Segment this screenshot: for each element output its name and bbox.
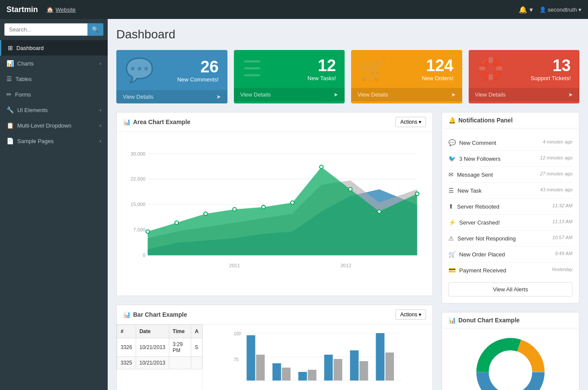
svg-text:100: 100 [234, 331, 241, 336]
orders-view-details[interactable]: View Details [358, 91, 388, 98]
search-input[interactable] [4, 23, 87, 36]
notif-label: New Comment [459, 140, 496, 146]
notif-label: 3 New Followers [459, 156, 501, 162]
svg-text:15,000: 15,000 [131, 202, 146, 207]
area-chart-actions-button[interactable]: Actions ▾ [395, 117, 426, 127]
sidebar-search: 🔍 [0, 19, 108, 40]
table-row: 3326 10/21/2013 3:29 PM S [117, 338, 202, 357]
bell-icon: 🔔 [448, 117, 456, 124]
chart-icon: 📊 [123, 119, 131, 125]
sidebar-item-tables[interactable]: ☰ Tables [0, 71, 108, 87]
stat-card-tickets: 🛟 13 Support Tickets! View Details ➤ [469, 50, 580, 103]
bar-chart-table: # Date Time A 3326 10/21/201 [117, 324, 203, 390]
sidebar-item-multi-level[interactable]: 📋 Multi-Level Dropdown ‹ [0, 118, 108, 133]
svg-point-11 [175, 221, 178, 225]
list-item: ✉ Message Sent 27 minutes ago [448, 167, 572, 183]
arrow-circle-icon: ➤ [568, 91, 573, 98]
svg-point-18 [377, 210, 381, 213]
area-chart: 30,000 22,500 15,000 7,500 0 [123, 138, 426, 289]
sidebar-item-label: Charts [17, 60, 34, 67]
sidebar-item-label: Multi-Level Dropdown [17, 122, 72, 129]
warning-icon: ⚠ [448, 235, 454, 242]
payment-icon: 💳 [448, 267, 456, 274]
svg-point-19 [415, 192, 419, 195]
notif-label: Server Crashed! [459, 219, 500, 226]
tables-icon: ☰ [6, 75, 12, 82]
tasks-view-details[interactable]: View Details [240, 91, 271, 98]
svg-rect-33 [324, 355, 333, 381]
notif-time: 27 minutes ago [540, 171, 572, 176]
svg-rect-35 [350, 350, 359, 381]
sidebar-item-dashboard[interactable]: ⊞ Dashboard [0, 40, 108, 56]
view-all-alerts-button[interactable]: View All Alerts [448, 282, 572, 296]
order-icon: 🛒 [448, 251, 456, 258]
notifications-title: 🔔 Notifications Panel [448, 117, 513, 124]
ui-elements-icon: 🔧 [6, 106, 14, 113]
donut-chart-panel: 📊 Donut Chart Example [442, 312, 579, 390]
cell-time: 3:29 PM [169, 338, 191, 357]
tickets-view-details[interactable]: View Details [475, 91, 506, 98]
comments-view-details[interactable]: View Details [123, 94, 153, 100]
arrow-circle-icon: ➤ [451, 91, 456, 98]
bar-chart-actions-button[interactable]: Actions ▾ [395, 309, 426, 320]
col-header-id: # [117, 325, 136, 338]
col-header-date: Date [136, 325, 169, 338]
sidebar-item-ui-elements[interactable]: 🔧 UI Elements ‹ [0, 102, 108, 118]
website-link[interactable]: 🏠 Website [47, 6, 76, 13]
sidebar-item-sample-pages[interactable]: 📄 Sample Pages ‹ [0, 133, 108, 149]
svg-rect-29 [273, 363, 281, 381]
sample-pages-icon: 📄 [6, 137, 14, 144]
list-item: 💳 Payment Received Yesterday [448, 262, 572, 278]
svg-point-13 [233, 208, 236, 211]
sidebar-item-label: Tables [16, 76, 32, 82]
brand-logo: Startmin [6, 5, 38, 14]
notif-time: 11:32 AM [552, 203, 572, 208]
svg-text:2011: 2011 [229, 263, 240, 268]
bar-chart-data-table: # Date Time A 3326 10/21/201 [117, 324, 202, 369]
svg-rect-31 [299, 372, 307, 381]
svg-rect-28 [256, 355, 265, 381]
orders-count: 124 [422, 56, 454, 75]
cell-time [169, 357, 191, 369]
svg-rect-38 [386, 353, 394, 381]
area-chart-title: 📊 Area Chart Example [123, 119, 190, 125]
sidebar-item-label: UI Elements [17, 107, 48, 113]
main-content: Dashboard 💬 26 New Comments! View Detail… [108, 19, 588, 390]
tickets-icon: 🛟 [477, 56, 504, 81]
dashboard-icon: ⊞ [8, 44, 13, 51]
cell-date: 10/21/2013 [136, 338, 169, 357]
left-column: 📊 Area Chart Example Actions ▾ [116, 112, 433, 390]
bar-chart-visual: 100 75 [203, 324, 432, 390]
comment-icon: 💬 [448, 139, 456, 146]
bar-chart-panel: 📊 Bar Chart Example Actions ▾ # [116, 305, 433, 390]
tasks-label: New Tasks! [308, 75, 336, 81]
svg-text:22,500: 22,500 [131, 176, 146, 181]
notifications-panel: 🔔 Notifications Panel 💬 New Comment 4 mi… [442, 112, 579, 303]
bar-chart-icon: 📊 [123, 311, 131, 318]
svg-text:30,000: 30,000 [131, 151, 146, 156]
notif-label: New Order Placed [459, 251, 505, 258]
notification-bell[interactable]: 🔔 ▾ [519, 6, 532, 14]
notif-time: Yesterday [551, 267, 572, 272]
user-menu[interactable]: 👤 secondtruth ▾ [539, 6, 582, 13]
stat-card-comments: 💬 26 New Comments! View Details ➤ [116, 50, 227, 103]
cell-date: 10/21/2013 [136, 357, 169, 369]
svg-point-16 [320, 165, 323, 168]
page-title: Dashboard [116, 28, 579, 41]
table-row: 3325 10/21/2013 [117, 357, 202, 369]
orders-icon: 🛒 [360, 56, 386, 81]
server-reboot-icon: ⬆ [448, 203, 454, 210]
sidebar-item-charts[interactable]: 📊 Charts ‹ [0, 56, 108, 71]
home-icon: 🏠 [47, 6, 53, 13]
chevron-right-icon: ‹ [100, 61, 101, 66]
search-button[interactable]: 🔍 [87, 23, 103, 36]
content-grid: 📊 Area Chart Example Actions ▾ [116, 112, 579, 390]
donut-chart-title: 📊 Donut Chart Example [448, 317, 520, 324]
sidebar-item-forms[interactable]: ✏ Forms [0, 87, 108, 102]
svg-text:75: 75 [234, 357, 239, 362]
svg-rect-37 [376, 333, 385, 381]
server-crash-icon: ⚡ [448, 219, 456, 226]
svg-point-15 [291, 201, 294, 204]
stat-card-orders: 🛒 124 New Orders! View Details ➤ [351, 50, 462, 103]
user-icon: 👤 [539, 6, 546, 13]
